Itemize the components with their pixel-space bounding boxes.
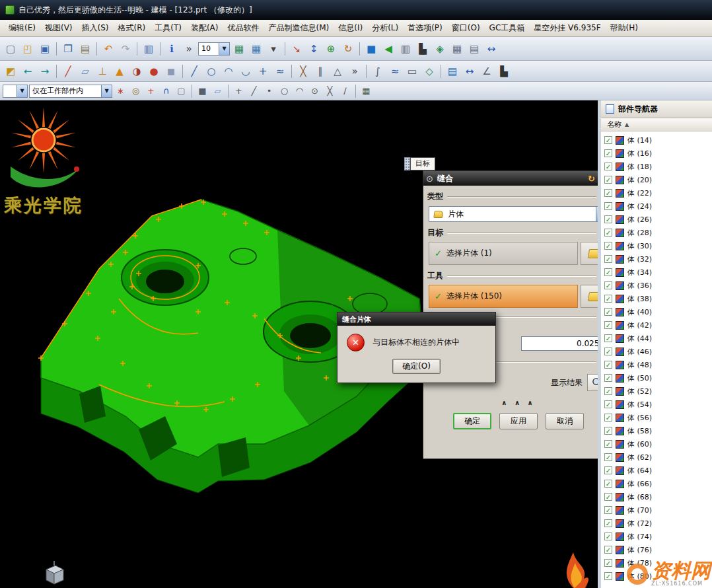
navigator-row[interactable]: ✓体 (78) xyxy=(601,556,712,570)
checkbox-checked-icon[interactable]: ✓ xyxy=(604,202,612,210)
navigator-row[interactable]: ✓体 (74) xyxy=(601,530,712,543)
checkbox-checked-icon[interactable]: ✓ xyxy=(604,163,612,170)
type-combo[interactable]: 片体 ▼ xyxy=(429,206,598,222)
highlight-icon[interactable]: ∗ xyxy=(114,84,127,98)
pencil-icon[interactable]: ╱ xyxy=(60,63,76,79)
edge-snap-icon[interactable]: ╱ xyxy=(247,84,261,98)
project-icon[interactable]: △ xyxy=(330,63,345,79)
selection-scope-combo[interactable]: 仅在工作部件内 ▼ xyxy=(29,85,112,98)
error-dialog-titlebar[interactable]: 缝合片体 xyxy=(338,312,495,326)
checkbox-checked-icon[interactable]: ✓ xyxy=(604,136,612,144)
layers-icon[interactable]: ▤ xyxy=(466,41,482,57)
navigator-column-header[interactable]: 名称 ▲ xyxy=(601,118,712,131)
menu-item[interactable]: 插入(S) xyxy=(77,20,114,36)
worksheet-alt-icon[interactable]: ▦ xyxy=(248,41,264,57)
error-ok-button[interactable]: 确定(O) xyxy=(392,359,441,374)
checkbox-checked-icon[interactable]: ✓ xyxy=(604,334,612,342)
navigator-row[interactable]: ✓体 (30) xyxy=(601,239,712,252)
checkbox-checked-icon[interactable]: ✓ xyxy=(604,466,612,474)
checkbox-checked-icon[interactable]: ✓ xyxy=(604,453,612,461)
paste-icon[interactable]: ▤ xyxy=(77,41,93,57)
checkbox-checked-icon[interactable]: ✓ xyxy=(604,427,612,435)
menu-item[interactable]: 装配(A) xyxy=(186,20,223,36)
chevron-down-icon[interactable]: ▼ xyxy=(101,85,112,97)
worksheet-icon[interactable]: ▦ xyxy=(231,41,247,57)
checkbox-checked-icon[interactable]: ✓ xyxy=(604,176,612,184)
zoom-combo[interactable]: 10 ▼ xyxy=(198,42,230,55)
arc-snap-icon[interactable]: ◠ xyxy=(293,84,306,98)
navigator-row[interactable]: ✓体 (34) xyxy=(601,266,712,279)
navigator-row[interactable]: ✓体 (38) xyxy=(601,292,712,305)
navigator-row[interactable]: ✓体 (22) xyxy=(601,186,712,200)
navigator-row[interactable]: ✓体 (14) xyxy=(601,133,712,147)
graphics-viewport[interactable]: 乘光学院 xyxy=(0,100,598,588)
menu-item[interactable]: 优品软件 xyxy=(223,20,264,36)
sketch-icon[interactable]: ◩ xyxy=(3,63,18,79)
navigator-row[interactable]: ✓体 (44) xyxy=(601,332,712,345)
orientation-triad[interactable] xyxy=(38,560,69,587)
checkbox-checked-icon[interactable]: ✓ xyxy=(604,506,612,514)
columns-icon[interactable]: ▥ xyxy=(141,41,157,57)
navigator-row[interactable]: ✓体 (36) xyxy=(601,279,712,292)
tool-select-button[interactable]: ✓ 选择片体 (150) xyxy=(429,285,578,308)
navigator-row[interactable]: ✓体 (68) xyxy=(601,490,712,503)
checkbox-checked-icon[interactable]: ✓ xyxy=(604,268,612,276)
menu-item[interactable]: 产品制造信息(M) xyxy=(264,20,334,36)
chevron-down-icon[interactable]: ▼ xyxy=(17,85,27,97)
datum-csys-icon[interactable]: ⊥ xyxy=(94,63,110,79)
overflow2-icon[interactable]: » xyxy=(347,63,363,79)
plane-snap-icon[interactable]: ▱ xyxy=(211,84,225,98)
grid-icon[interactable]: ▦ xyxy=(449,41,465,57)
cancel-button[interactable]: 取消 xyxy=(546,413,584,429)
extrude-icon[interactable]: ▲ xyxy=(112,63,127,79)
checkbox-checked-icon[interactable]: ✓ xyxy=(604,321,612,329)
doc-icon[interactable]: ▤ xyxy=(445,63,460,79)
checkbox-checked-icon[interactable]: ✓ xyxy=(604,493,612,501)
checkbox-checked-icon[interactable]: ✓ xyxy=(604,149,612,157)
checkbox-checked-icon[interactable]: ✓ xyxy=(604,559,612,567)
checkbox-checked-icon[interactable]: ✓ xyxy=(604,229,612,237)
line-icon[interactable]: ╱ xyxy=(186,63,202,79)
menu-item[interactable]: 窗口(O) xyxy=(447,20,485,36)
add-filter-icon[interactable]: + xyxy=(144,84,158,98)
menu-item[interactable]: 编辑(E) xyxy=(4,20,40,36)
block-icon[interactable]: ◼ xyxy=(163,63,179,79)
structure-icon[interactable]: ◈ xyxy=(432,41,448,57)
patch-icon[interactable]: ◇ xyxy=(421,63,437,79)
trim-icon[interactable]: ╳ xyxy=(295,63,311,79)
point-snap-icon[interactable]: • xyxy=(262,84,276,98)
sew-tool-icon[interactable]: ≈ xyxy=(387,63,403,79)
box-select-icon[interactable]: ▢ xyxy=(174,84,188,98)
checkbox-checked-icon[interactable]: ✓ xyxy=(604,480,612,488)
offset-icon[interactable]: ∥ xyxy=(312,63,328,79)
navigator-row[interactable]: ✓体 (62) xyxy=(601,451,712,464)
revolve-icon[interactable]: ◑ xyxy=(129,63,145,79)
center-snap-icon[interactable]: ⊙ xyxy=(308,84,322,98)
tolerance-field[interactable]: 0.0254 xyxy=(521,336,598,351)
checkbox-checked-icon[interactable]: ✓ xyxy=(604,308,612,316)
open-icon[interactable]: ◰ xyxy=(20,41,36,57)
arc-icon[interactable]: ◠ xyxy=(221,63,236,79)
ok-button[interactable]: 确定 xyxy=(453,413,491,429)
sweep-icon[interactable]: ∫ xyxy=(370,63,386,79)
solid-snap-icon[interactable]: ■ xyxy=(196,84,209,98)
collapse-all-control[interactable]: ∧ ∧ ∧ xyxy=(423,399,598,406)
checkbox-checked-icon[interactable]: ✓ xyxy=(604,414,612,422)
target-sheet-picker-button[interactable] xyxy=(581,242,598,265)
navigator-row[interactable]: ✓体 (60) xyxy=(601,437,712,451)
navigator-row[interactable]: ✓体 (16) xyxy=(601,147,712,160)
checkbox-checked-icon[interactable]: ✓ xyxy=(604,242,612,250)
navigator-row[interactable]: ✓体 (48) xyxy=(601,358,712,371)
back-part-icon[interactable]: ◀ xyxy=(380,41,396,57)
navigator-row[interactable]: ✓体 (72) xyxy=(601,517,712,530)
menu-item[interactable]: 信息(I) xyxy=(334,20,367,36)
dropdown-more-icon[interactable]: ▾ xyxy=(266,41,281,57)
checkbox-checked-icon[interactable]: ✓ xyxy=(604,374,612,382)
spline-icon[interactable]: ≈ xyxy=(272,63,288,79)
magnet-icon[interactable]: ∩ xyxy=(159,84,173,98)
menu-item[interactable]: 首选项(P) xyxy=(403,20,447,36)
checkbox-checked-icon[interactable]: ✓ xyxy=(604,533,612,540)
navigator-row[interactable]: ✓体 (50) xyxy=(601,371,712,385)
navigator-row[interactable]: ✓体 (20) xyxy=(601,173,712,186)
menu-item[interactable]: 分析(L) xyxy=(367,20,403,36)
